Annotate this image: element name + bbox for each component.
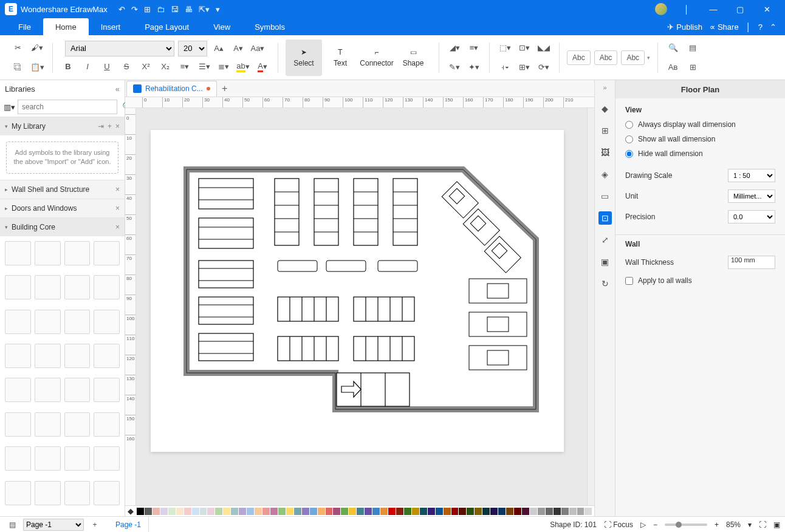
color-swatch[interactable] [168, 508, 176, 515]
underline-icon[interactable]: U [99, 59, 115, 75]
color-swatch[interactable] [215, 508, 222, 515]
fullscreen-icon[interactable]: ▣ [773, 520, 780, 529]
decrease-font-icon[interactable]: A▾ [230, 41, 246, 56]
close-section-icon[interactable]: × [115, 223, 120, 231]
color-swatch[interactable] [192, 508, 199, 515]
shape-thumb[interactable] [94, 378, 120, 402]
color-swatch[interactable] [475, 508, 482, 515]
print-icon[interactable]: 🖶 [185, 5, 193, 14]
radio-hide[interactable]: Hide wall dimension [625, 149, 775, 158]
presentation-rail-icon[interactable]: ▣ [598, 255, 612, 268]
color-swatch[interactable] [349, 508, 356, 515]
shape-thumb[interactable] [64, 275, 91, 299]
floorplan-rail-icon[interactable]: ⊡ [598, 211, 612, 225]
settings-icon[interactable]: ⊞ [685, 60, 701, 75]
find-icon[interactable]: 🔍 [665, 40, 681, 56]
subscript-icon[interactable]: X₂ [157, 59, 173, 75]
style-preset-1[interactable]: Abc [567, 50, 591, 65]
color-swatch[interactable] [223, 508, 230, 515]
color-swatch[interactable] [444, 508, 451, 515]
color-swatch[interactable] [145, 508, 152, 515]
shape-thumb[interactable] [64, 344, 91, 368]
radio-always-display[interactable]: Always display wall dimension [625, 120, 775, 129]
fill-icon[interactable]: ◢▾ [447, 40, 462, 56]
shape-thumb[interactable] [94, 241, 120, 265]
export-icon[interactable]: ⇱▾ [199, 5, 210, 14]
bullets-icon[interactable]: ☰▾ [196, 59, 212, 75]
color-swatch[interactable] [326, 508, 333, 515]
highlight-icon[interactable]: ab▾ [235, 59, 251, 75]
shape-thumb[interactable] [35, 310, 61, 334]
layers-rail-icon[interactable]: ◈ [598, 168, 612, 181]
color-swatch[interactable] [286, 508, 293, 515]
radio-show-all[interactable]: Show all wall dimension [625, 135, 775, 143]
style-preset-2[interactable]: Abc [594, 50, 618, 65]
shape-thumb[interactable] [94, 412, 120, 437]
color-swatch[interactable] [514, 508, 521, 515]
tab-home[interactable]: Home [43, 18, 89, 35]
color-swatch[interactable] [420, 508, 427, 515]
style-more-icon[interactable]: ▾ [647, 55, 650, 61]
tab-file[interactable]: File [6, 18, 43, 35]
section-doors-windows[interactable]: ▸Doors and Windows× [0, 199, 125, 217]
collapse-ribbon-icon[interactable]: ⌃ [770, 22, 776, 32]
flip-icon[interactable]: ◣◢ [536, 40, 552, 56]
increase-font-icon[interactable]: A▴ [211, 41, 227, 56]
zoom-in-icon[interactable]: + [715, 520, 719, 529]
format-painter-icon[interactable]: 🖌▾ [29, 40, 45, 56]
shape-tool[interactable]: ▭Shape [395, 39, 431, 76]
font-family-select[interactable]: Arial [65, 41, 174, 56]
group-icon[interactable]: ⊡▾ [516, 40, 532, 56]
color-swatch[interactable] [428, 508, 435, 515]
color-swatch[interactable] [200, 508, 207, 515]
align-icon[interactable]: ≡▾ [177, 59, 193, 75]
color-swatch[interactable] [380, 508, 388, 515]
new-icon[interactable]: ⊞ [144, 5, 151, 14]
arrange-icon[interactable]: ⬚▾ [497, 40, 513, 56]
font-size-select[interactable]: 20 [178, 41, 207, 56]
floor-plan-drawing[interactable] [183, 166, 542, 421]
shape-thumb[interactable] [94, 446, 120, 471]
color-swatch[interactable] [207, 508, 214, 515]
page-tab[interactable]: Page -1 [108, 517, 149, 532]
shape-thumb[interactable] [35, 378, 61, 402]
zoom-slider[interactable] [665, 523, 707, 526]
close-section-icon[interactable]: × [115, 122, 120, 131]
close-section-icon[interactable]: × [115, 185, 120, 194]
color-swatch[interactable] [341, 508, 348, 515]
color-swatch[interactable] [490, 508, 498, 515]
page-select[interactable]: Page -1 [23, 519, 84, 531]
align-shapes-icon[interactable]: ⫞▾ [497, 60, 513, 75]
color-swatch[interactable] [404, 508, 411, 515]
color-swatch[interactable] [530, 508, 537, 515]
italic-icon[interactable]: I [80, 59, 95, 75]
unit-select[interactable]: Millimet... [728, 189, 775, 203]
shape-thumb[interactable] [35, 275, 61, 299]
color-swatch[interactable] [412, 508, 419, 515]
library-menu-icon[interactable]: ▥▾ [4, 103, 15, 112]
text-tool[interactable]: TText [322, 39, 358, 76]
dimensions-rail-icon[interactable]: ⤢ [598, 233, 612, 247]
replace-icon[interactable]: Aʙ [665, 60, 681, 75]
shape-thumb[interactable] [35, 481, 61, 505]
color-swatch[interactable] [255, 508, 262, 515]
color-swatch[interactable] [137, 508, 144, 515]
strikethrough-icon[interactable]: S [118, 59, 134, 75]
shape-thumb[interactable] [64, 241, 91, 265]
color-swatch[interactable] [482, 508, 490, 515]
color-swatch[interactable] [231, 508, 238, 515]
change-case-icon[interactable]: Aa▾ [250, 41, 266, 56]
copy-icon[interactable]: ⿻ [10, 60, 26, 75]
color-swatch[interactable] [184, 508, 191, 515]
style-preset-3[interactable]: Abc [621, 50, 645, 65]
cut-icon[interactable]: ✂ [10, 40, 26, 56]
color-swatch[interactable] [467, 508, 474, 515]
shape-thumb[interactable] [35, 241, 61, 265]
color-swatch[interactable] [436, 508, 443, 515]
color-swatch[interactable] [538, 508, 545, 515]
color-swatch[interactable] [584, 508, 592, 515]
qat-more-icon[interactable]: ▾ [216, 5, 220, 14]
color-swatch[interactable] [302, 508, 309, 515]
section-my-library[interactable]: ▾My Library⇥+× [0, 117, 125, 135]
color-swatch[interactable] [270, 508, 278, 515]
